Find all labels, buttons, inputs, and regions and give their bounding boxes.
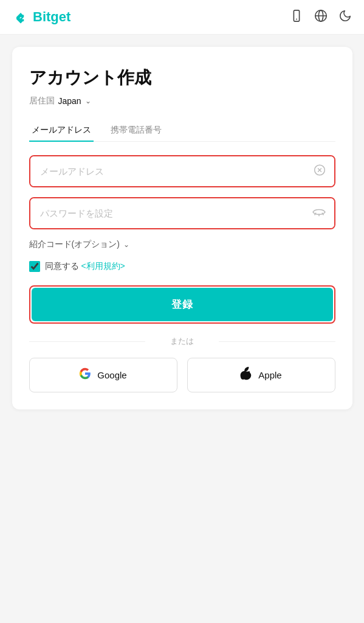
- referral-chevron-icon: ⌄: [123, 240, 129, 249]
- logo[interactable]: Bitget: [12, 9, 70, 26]
- globe-icon[interactable]: [314, 9, 328, 26]
- chevron-down-icon: ⌄: [85, 97, 91, 105]
- page-title: アカウント作成: [29, 66, 335, 89]
- bitget-logo-icon: [12, 9, 29, 26]
- terms-label: 同意する <利用規約>: [45, 261, 125, 272]
- main-content: アカウント作成 居住国 Japan ⌄ メールアドレス 携帯電話番号: [0, 35, 364, 623]
- password-field-wrapper: [29, 197, 335, 229]
- referral-label: 紹介コード(オプション): [29, 239, 120, 250]
- terms-link[interactable]: <利用規約>: [81, 261, 125, 271]
- header-icons: [290, 9, 352, 26]
- tab-email[interactable]: メールアドレス: [29, 120, 94, 142]
- country-value: Japan: [58, 96, 81, 106]
- apple-icon: [240, 367, 252, 383]
- dark-mode-icon[interactable]: [338, 9, 352, 26]
- header: Bitget: [0, 0, 364, 35]
- mobile-icon[interactable]: [290, 9, 303, 26]
- eye-closed-icon[interactable]: [312, 207, 326, 220]
- google-login-button[interactable]: Google: [29, 358, 177, 392]
- tab-phone[interactable]: 携帯電話番号: [108, 120, 164, 142]
- country-selector[interactable]: 居住国 Japan ⌄: [29, 96, 335, 106]
- logo-text: Bitget: [33, 9, 70, 25]
- referral-code-row[interactable]: 紹介コード(オプション) ⌄: [29, 239, 335, 250]
- svg-point-1: [296, 18, 297, 19]
- apple-button-label: Apple: [258, 370, 281, 380]
- register-button-wrapper: 登録: [29, 285, 335, 324]
- auth-tabs: メールアドレス 携帯電話番号: [29, 120, 335, 142]
- terms-checkbox[interactable]: [29, 261, 40, 272]
- clear-icon[interactable]: [314, 164, 326, 179]
- social-login-buttons: Google Apple: [29, 358, 335, 392]
- password-input[interactable]: [30, 198, 334, 228]
- country-label: 居住国: [29, 96, 55, 106]
- google-button-label: Google: [97, 370, 126, 380]
- divider: または: [29, 336, 335, 347]
- email-field-wrapper: [29, 155, 335, 187]
- signup-card: アカウント作成 居住国 Japan ⌄ メールアドレス 携帯電話番号: [12, 47, 352, 409]
- register-button[interactable]: 登録: [32, 288, 333, 321]
- google-icon: [79, 367, 91, 383]
- email-input[interactable]: [30, 156, 334, 186]
- apple-login-button[interactable]: Apple: [187, 358, 335, 392]
- terms-checkbox-row: 同意する <利用規約>: [29, 261, 335, 272]
